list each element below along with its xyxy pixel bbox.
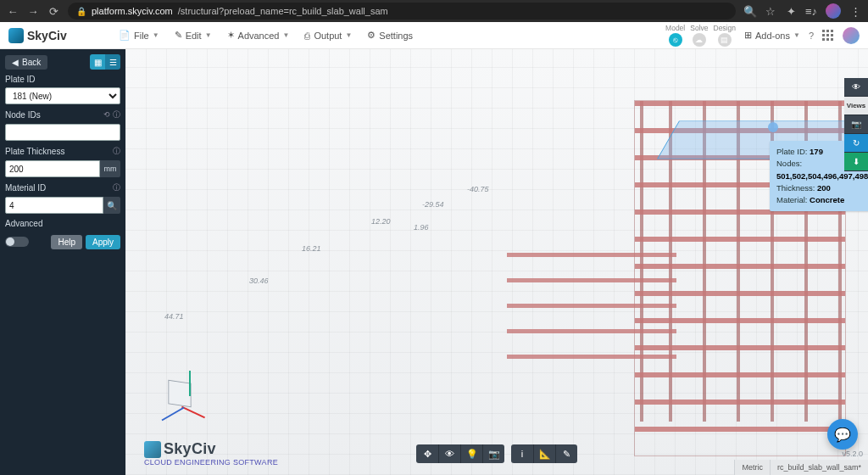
app-toolbar: SkyCiv 📄 File▼ ✎ Edit▼ ✶ Advanced▼ ⎙ Out…: [0, 22, 868, 49]
browser-chrome: ← → ⟳ 🔒 platform.skyciv.com/structural?p…: [0, 0, 868, 22]
bottom-toolbar: ✥ 👁 💡 📷 i 📐 ✎: [416, 444, 577, 463]
menu-edit[interactable]: ✎ Edit▼: [175, 30, 212, 41]
node-ids-input[interactable]: [5, 124, 120, 141]
view-toggle-table-icon[interactable]: ☰: [105, 54, 120, 70]
chat-bubble-icon[interactable]: 💬: [827, 419, 858, 450]
nav-back-icon[interactable]: ←: [7, 5, 19, 17]
plate-id-select[interactable]: 181 (New): [5, 87, 120, 104]
playlist-icon[interactable]: ≡♪: [805, 5, 817, 17]
logo-icon: [8, 28, 24, 43]
nodes-hint-icons[interactable]: ⟲ ⓘ: [103, 109, 120, 120]
dim-a: 16.21: [302, 244, 321, 253]
tool-measure-icon[interactable]: 📐: [533, 444, 555, 463]
dim-b: 44.71: [164, 312, 184, 321]
dim-d: 12.20: [371, 217, 391, 226]
help-icon[interactable]: ?: [809, 31, 814, 41]
material-label: Material ID: [5, 183, 46, 193]
axis-gizmo[interactable]: [155, 374, 209, 428]
tool-info-icon[interactable]: i: [511, 444, 533, 463]
url-path: /structural?preload_name=rc_build_slab_w…: [178, 6, 388, 16]
tool-orbit-icon[interactable]: ✥: [416, 444, 438, 463]
right-toolbar: 👁 Views 📷 ↻ ⬇: [844, 78, 868, 171]
watermark: SkyCiv CLOUD ENGINEERING SOFTWARE: [144, 440, 278, 467]
advanced-label: Advanced: [5, 219, 42, 228]
status-file[interactable]: rc_build_slab_wall_sam*: [770, 460, 868, 475]
apps-grid-icon[interactable]: [822, 30, 834, 42]
dim-c: 30.46: [249, 277, 269, 285]
apply-button[interactable]: Apply: [86, 235, 120, 249]
app-logo[interactable]: SkyCiv: [8, 28, 119, 43]
status-units[interactable]: Metric: [734, 460, 770, 475]
material-info-icon[interactable]: ⓘ: [113, 182, 120, 193]
menu-settings[interactable]: ⚙ Settings: [367, 30, 413, 41]
plate-id-label: Plate ID: [5, 75, 36, 84]
viewport-3d[interactable]: Plate ID: 179 Nodes: 501,502,504,496,497…: [125, 49, 868, 475]
search-icon[interactable]: 🔍: [744, 5, 756, 17]
rtool-visibility-icon[interactable]: 👁: [844, 78, 868, 97]
url-bar[interactable]: 🔒 platform.skyciv.com/structural?preload…: [68, 3, 736, 20]
lock-icon: 🔒: [76, 7, 86, 16]
help-button[interactable]: Help: [51, 235, 82, 249]
material-search-icon[interactable]: 🔍: [103, 197, 120, 214]
menu-file[interactable]: 📄 File▼: [119, 30, 159, 41]
menu-advanced[interactable]: ✶ Advanced▼: [227, 30, 290, 41]
rtool-refresh-icon[interactable]: ↻: [844, 134, 868, 153]
pill-model[interactable]: Model⎋: [665, 24, 685, 47]
material-input[interactable]: [5, 197, 103, 214]
extensions-icon[interactable]: ✦: [785, 5, 797, 17]
menu-output[interactable]: ⎙ Output▼: [304, 31, 352, 41]
thickness-info-icon[interactable]: ⓘ: [113, 146, 120, 157]
selection-node-icon: [768, 122, 778, 132]
star-icon[interactable]: ☆: [765, 5, 776, 17]
browser-avatar[interactable]: [826, 3, 841, 19]
rtool-snapshot-icon[interactable]: 📷: [844, 115, 868, 134]
user-avatar[interactable]: [843, 27, 860, 44]
thickness-input[interactable]: [5, 160, 100, 177]
tool-bulb-icon[interactable]: 💡: [460, 444, 482, 463]
thickness-label: Plate Thickness: [5, 147, 64, 156]
pill-solve[interactable]: Solve☁: [690, 24, 708, 47]
nav-fwd-icon[interactable]: →: [27, 5, 39, 17]
status-bar: Metric rc_build_slab_wall_sam*: [734, 460, 868, 475]
nav-reload-icon[interactable]: ⟳: [47, 5, 59, 17]
version-label: v5.2.0: [842, 450, 863, 458]
rtool-download-icon[interactable]: ⬇: [844, 153, 868, 171]
dim-e: 1.96: [414, 223, 429, 232]
back-button[interactable]: ◀ Back: [5, 55, 47, 70]
tool-eye-icon[interactable]: 👁: [438, 444, 460, 463]
menu-addons[interactable]: ⊞ Add-ons▼: [744, 30, 800, 41]
thickness-unit: mm: [100, 160, 120, 177]
url-domain: platform.skyciv.com: [92, 6, 173, 16]
dim-f: -29.54: [422, 200, 444, 209]
tool-pencil-icon[interactable]: ✎: [555, 444, 577, 463]
node-ids-label: Node IDs: [5, 110, 41, 120]
tool-camera-icon[interactable]: 📷: [482, 444, 504, 463]
sidebar: ◀ Back ▦ ☰ Plate ID 181 (New) Node IDs⟲ …: [0, 49, 125, 475]
mode-pills: Model⎋ Solve☁ Design▤: [665, 24, 736, 47]
rtool-views[interactable]: Views: [844, 97, 868, 115]
brand-text: SkyCiv: [27, 29, 67, 42]
view-toggle-card-icon[interactable]: ▦: [90, 54, 105, 70]
dim-g: -40.75: [467, 185, 489, 193]
kebab-icon[interactable]: ⋮: [849, 5, 861, 17]
pill-design[interactable]: Design▤: [714, 24, 736, 47]
advanced-toggle[interactable]: [5, 237, 29, 247]
